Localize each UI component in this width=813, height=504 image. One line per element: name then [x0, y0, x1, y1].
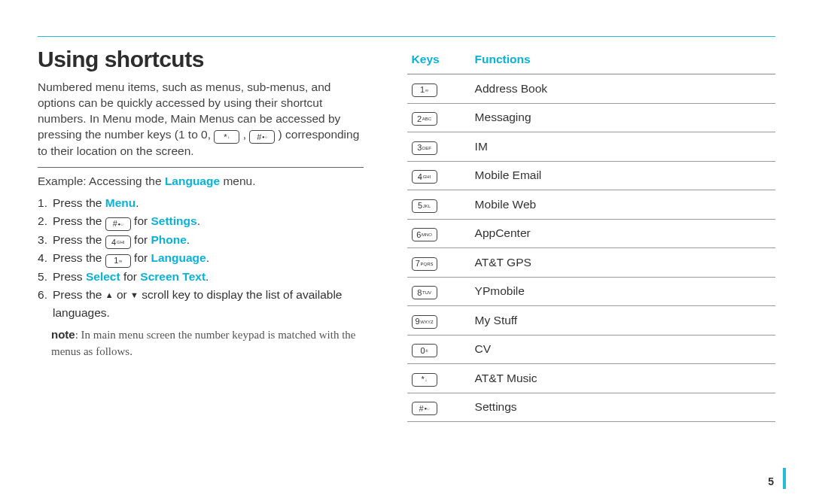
- keypad-key-icon: 7PQRS: [412, 257, 437, 271]
- key-cell: 2ABC: [407, 103, 470, 132]
- note-text: : In main menu screen the number keypad …: [51, 329, 355, 357]
- step-3: Press the 4GHI for Phone.: [38, 231, 364, 250]
- key-main: 2: [417, 115, 422, 123]
- key-cell: 3DEF: [407, 132, 470, 162]
- key-main: *: [422, 375, 425, 384]
- key-cell: 8TUV: [407, 277, 470, 306]
- right-column: Keys Functions 1∞Address Book2ABCMessagi…: [385, 47, 775, 422]
- step-keyword: Language: [151, 251, 206, 264]
- key-main: 3: [417, 144, 422, 152]
- keypad-key-icon: #●○: [412, 402, 437, 415]
- keypad-key-icon: *↓: [412, 373, 437, 387]
- key-sub: GHI: [117, 240, 125, 244]
- key-cell: 7PQRS: [407, 248, 470, 278]
- key-main: 9: [416, 317, 420, 326]
- step-keyword: Settings: [151, 214, 196, 227]
- key-main: #: [113, 220, 117, 228]
- table-row: 2ABCMessaging: [407, 103, 775, 132]
- step-keyword: Select: [86, 270, 120, 283]
- steps-list: Press the Menu. Press the #●○ for Settin…: [38, 194, 364, 322]
- key-main: 6: [416, 231, 421, 239]
- step-text: Press the: [53, 233, 105, 246]
- function-cell: CV: [470, 335, 775, 364]
- hash-key-icon: #●○: [105, 217, 131, 231]
- keypad-key-icon: 3DEF: [412, 141, 437, 155]
- key-sub: ∞: [119, 259, 122, 263]
- step-text: Press the: [53, 288, 105, 301]
- key-cell: 9WXYZ: [407, 306, 470, 335]
- table-row: 8TUVYPmobile: [407, 277, 775, 306]
- step-1: Press the Menu.: [38, 194, 364, 212]
- keypad-key-icon: 2ABC: [412, 112, 437, 126]
- key-main: 1: [420, 86, 425, 94]
- step-4: Press the 1∞ for Language.: [38, 249, 364, 268]
- key-sub: GHI: [423, 175, 431, 179]
- top-rule: [38, 36, 775, 37]
- table-row: 3DEFIM: [407, 132, 775, 162]
- key-main: 4: [111, 238, 116, 247]
- keypad-key-icon: 6MNO: [412, 228, 437, 241]
- table-row: #●○Settings: [407, 393, 775, 422]
- table-row: 5JKLMobile Web: [407, 190, 775, 220]
- hash-key-icon: #●○: [249, 130, 275, 144]
- function-cell: AT&T GPS: [470, 248, 775, 278]
- key-cell: #●○: [407, 393, 470, 422]
- function-cell: Address Book: [470, 74, 775, 104]
- example-prefix: Example: Accessing the: [38, 175, 165, 187]
- step-text: .: [197, 214, 200, 227]
- up-triangle-icon: ▲: [105, 291, 114, 299]
- step-keyword: Phone: [151, 233, 186, 246]
- key-cell: 6MNO: [407, 219, 470, 248]
- table-body: 1∞Address Book2ABCMessaging3DEFIM4GHIMob…: [407, 74, 775, 422]
- table-row: 6MNOAppCenter: [407, 219, 775, 248]
- note-block: note: In main menu screen the number key…: [38, 326, 364, 360]
- one-key-icon: 1∞: [105, 254, 131, 268]
- key-sub: WXYZ: [420, 320, 433, 324]
- step-text: or: [114, 288, 130, 301]
- step-text: for: [120, 270, 141, 283]
- two-column-layout: Using shortcuts Numbered menu items, suc…: [38, 30, 775, 422]
- manual-page: Using shortcuts Numbered menu items, suc…: [0, 0, 813, 504]
- step-text: .: [136, 196, 139, 209]
- intro-paragraph: Numbered menu items, such as menus, sub-…: [38, 80, 364, 159]
- key-cell: 5JKL: [407, 190, 470, 220]
- function-cell: Messaging: [470, 103, 775, 132]
- key-sub: PQRS: [421, 262, 434, 266]
- function-cell: IM: [470, 132, 775, 162]
- table-row: 7PQRSAT&T GPS: [407, 248, 775, 278]
- step-text: Press the: [53, 196, 105, 209]
- keypad-key-icon: 8TUV: [412, 286, 437, 299]
- keypad-key-icon: 5JKL: [412, 199, 437, 213]
- function-cell: My Stuff: [470, 306, 775, 335]
- step-text: for: [131, 214, 151, 227]
- step-text: .: [187, 233, 190, 246]
- table-row: 1∞Address Book: [407, 74, 775, 104]
- step-text: for: [131, 251, 151, 264]
- page-number: 5: [768, 475, 774, 487]
- intro-text-2: ,: [243, 128, 246, 141]
- function-cell: Settings: [470, 393, 775, 422]
- down-triangle-icon: ▼: [130, 291, 139, 299]
- key-sub: ●○: [118, 222, 123, 226]
- divider: [38, 167, 364, 168]
- key-sub: ABC: [422, 117, 431, 121]
- step-keyword: Menu: [105, 196, 136, 209]
- key-main: #: [419, 405, 424, 413]
- function-cell: AppCenter: [470, 219, 775, 248]
- table-row: *↓AT&T Music: [407, 364, 775, 393]
- keys-functions-table: Keys Functions 1∞Address Book2ABCMessagi…: [407, 47, 775, 422]
- key-sub: TUV: [422, 290, 431, 295]
- table-row: 9WXYZMy Stuff: [407, 306, 775, 335]
- key-sub: ●○: [424, 406, 429, 411]
- step-text: Press: [53, 270, 86, 283]
- key-main: 7: [416, 260, 420, 268]
- step-2: Press the #●○ for Settings.: [38, 212, 364, 231]
- key-sub: JKL: [423, 204, 431, 208]
- step-keyword: Screen Text: [140, 270, 206, 283]
- key-main: 4: [418, 173, 422, 181]
- key-main: 5: [418, 202, 422, 210]
- left-column: Using shortcuts Numbered menu items, suc…: [38, 47, 385, 422]
- table-row: 4GHIMobile Email: [407, 161, 775, 190]
- step-text: Press the: [53, 251, 105, 264]
- function-cell: Mobile Web: [470, 190, 775, 220]
